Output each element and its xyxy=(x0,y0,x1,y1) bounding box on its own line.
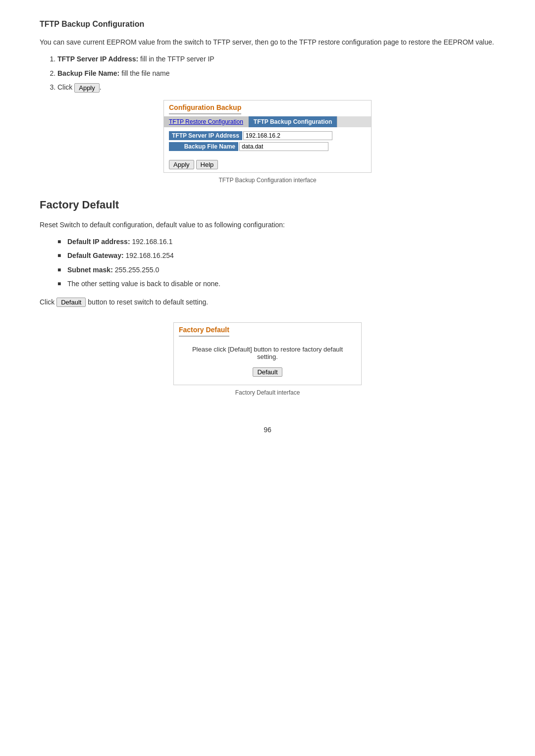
factory-interface-box: Factory Default Please click [Default] b… xyxy=(173,322,362,385)
tftp-step3-after: . xyxy=(100,83,102,91)
factory-bullet3-label: Subnet mask: xyxy=(67,266,113,274)
tftp-server-row: TFTP Server IP Address xyxy=(169,131,366,140)
factory-click-prefix: Click xyxy=(40,298,56,306)
factory-description: Reset Switch to default configuration, d… xyxy=(40,219,495,230)
factory-section: Factory Default Reset Switch to default … xyxy=(40,199,495,396)
tftp-interface-caption: TFTP Backup Configuration interface xyxy=(40,177,495,184)
tftp-interface-box: Configuration Backup TFTP Restore Config… xyxy=(163,100,372,173)
tftp-interface-header-title: Configuration Backup xyxy=(169,103,241,114)
tftp-server-label: TFTP Server IP Address xyxy=(169,131,242,140)
tftp-filename-row: Backup File Name xyxy=(169,142,366,151)
factory-bullet1-label: Default IP address: xyxy=(67,238,130,246)
factory-bullets: Default IP address: 192.168.16.1 Default… xyxy=(57,236,495,290)
tftp-step1-text: fill in the TFTP server IP xyxy=(138,55,214,63)
factory-bullet1-text: 192.168.16.1 xyxy=(130,238,173,246)
tftp-step3-click: Click xyxy=(57,83,74,91)
apply-inline-button[interactable]: Apply xyxy=(74,83,100,93)
factory-interface-title: Factory Default xyxy=(179,326,229,337)
factory-interface-body: Please click [Default] button to restore… xyxy=(174,342,361,385)
tftp-step-3: Click Apply. xyxy=(57,82,495,93)
tab-tftp-backup[interactable]: TFTP Backup Configuration xyxy=(249,116,337,127)
factory-click-line: Click Default button to reset switch to … xyxy=(40,297,495,307)
tftp-interface-body: TFTP Server IP Address Backup File Name xyxy=(164,127,371,157)
factory-bullet3-text: 255.255.255.0 xyxy=(113,266,159,274)
tftp-help-button[interactable]: Help xyxy=(196,160,218,169)
factory-interface-caption: Factory Default interface xyxy=(40,389,495,396)
tftp-server-input[interactable] xyxy=(243,131,332,140)
tftp-tabs: TFTP Restore Configuration TFTP Backup C… xyxy=(164,116,371,127)
factory-bullet2-text: 192.168.16.254 xyxy=(124,252,174,259)
factory-click-suffix: button to reset switch to default settin… xyxy=(86,298,208,306)
tftp-title: TFTP Backup Configuration xyxy=(40,20,495,29)
factory-bullet4-text: The other setting value is back to disab… xyxy=(67,280,220,288)
page-number: 96 xyxy=(40,426,495,434)
factory-bullet-4: The other setting value is back to disab… xyxy=(57,278,495,289)
factory-bullet-1: Default IP address: 192.168.16.1 xyxy=(57,236,495,247)
tftp-interface-actions: Apply Help xyxy=(164,157,371,172)
tab-tftp-restore[interactable]: TFTP Restore Configuration xyxy=(164,116,249,127)
factory-bullet2-label: Default Gateway: xyxy=(67,252,124,259)
factory-interface-header: Factory Default xyxy=(174,323,361,342)
tftp-step-1: TFTP Server IP Address: fill in the TFTP… xyxy=(57,53,495,64)
tftp-step-2: Backup File Name: fill the file name xyxy=(57,68,495,79)
tftp-filename-input[interactable] xyxy=(239,142,328,151)
factory-bullet-2: Default Gateway: 192.168.16.254 xyxy=(57,250,495,261)
factory-interface-text: Please click [Default] button to restore… xyxy=(184,346,351,360)
tftp-section: TFTP Backup Configuration You can save c… xyxy=(40,20,495,184)
tftp-description: You can save current EEPROM value from t… xyxy=(40,37,495,48)
tftp-step2-label: Backup File Name: xyxy=(57,69,119,77)
tftp-interface-header: Configuration Backup xyxy=(164,101,371,116)
factory-title: Factory Default xyxy=(40,199,495,211)
default-inline-button[interactable]: Default xyxy=(56,298,86,307)
tftp-filename-label: Backup File Name xyxy=(169,142,238,151)
tftp-steps-list: TFTP Server IP Address: fill in the TFTP… xyxy=(57,53,495,93)
tftp-step2-text: fill the file name xyxy=(119,69,169,77)
factory-bullet-3: Subnet mask: 255.255.255.0 xyxy=(57,264,495,275)
default-button[interactable]: Default xyxy=(253,367,282,377)
tftp-step1-label: TFTP Server IP Address: xyxy=(57,55,138,63)
tftp-apply-button[interactable]: Apply xyxy=(169,160,194,169)
